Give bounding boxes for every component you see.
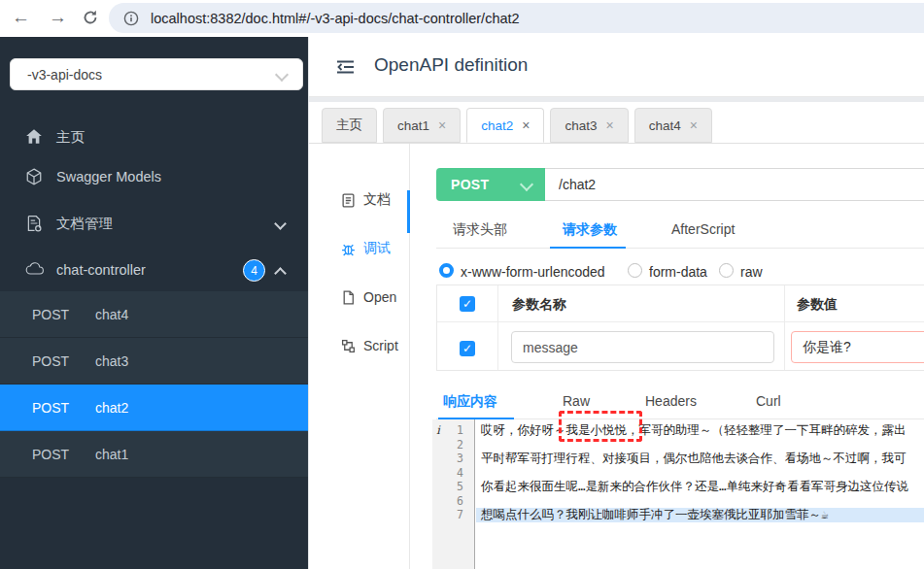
- chevron-down-icon: [520, 178, 533, 191]
- close-icon[interactable]: [605, 117, 613, 133]
- menu-item-doc[interactable]: 文档: [309, 185, 410, 215]
- endpoint-chat2[interactable]: POST chat2: [0, 385, 308, 431]
- radio-label[interactable]: x-www-form-urlencoded: [461, 264, 605, 280]
- api-icon: [341, 339, 356, 353]
- browser-toolbar: ← → localhost:8382/doc.html#/-v3-api-doc…: [0, 0, 924, 37]
- editor-line: 1 哎呀，你好呀～我是小悦悦，军哥的助理～（轻轻整理了一下耳畔的碎发，露出: [432, 423, 924, 438]
- endpoint-name: chat2: [95, 400, 128, 416]
- col-param-value: 参数值: [797, 296, 838, 314]
- tab-label: chat3: [565, 118, 597, 133]
- menu-item-label: 文档: [363, 191, 391, 209]
- refresh-icon[interactable]: [82, 9, 99, 26]
- tab-request-params[interactable]: 请求参数: [563, 221, 617, 239]
- radio-raw[interactable]: [719, 263, 734, 278]
- chevron-up-icon: [274, 267, 287, 280]
- tab-headers[interactable]: Headers: [645, 393, 697, 409]
- menu-item-debug[interactable]: 调试: [309, 234, 410, 263]
- param-value-input[interactable]: [791, 331, 924, 363]
- editor-line: 5 你看起来很面生呢…是新来的合作伙伴？还是…单纯来好奇看看军哥身边这位传说: [432, 480, 924, 494]
- tab-response-content[interactable]: 响应内容: [443, 393, 497, 411]
- file-gear-icon: [25, 215, 43, 232]
- line-text: [476, 494, 924, 509]
- line-number: 7: [432, 508, 476, 522]
- chevron-down-icon: [275, 68, 289, 82]
- close-icon[interactable]: [438, 117, 446, 133]
- endpoint-count-badge: 4: [243, 259, 265, 282]
- menu-item-open[interactable]: Open: [309, 283, 410, 312]
- active-tab-underline: [550, 247, 626, 249]
- tab-label: chat2: [481, 118, 513, 133]
- line-number: 5: [432, 480, 476, 494]
- tab-request-headers[interactable]: 请求头部: [453, 221, 507, 239]
- line-text: [476, 466, 924, 481]
- editor-line: 2: [432, 438, 924, 452]
- line-text: 想喝点什么吗？我刚让咖啡师手冲了一壶埃塞俄比亚耶加雪菲～☕: [476, 508, 924, 522]
- request-tabs: 请求头部 请求参数 AfterScript: [436, 214, 924, 249]
- menu-fold-icon[interactable]: [335, 58, 356, 76]
- endpoint-chat3[interactable]: POST chat3: [0, 338, 308, 385]
- tab-chat1[interactable]: chat1: [383, 108, 461, 143]
- row-checkbox[interactable]: ✓: [460, 341, 475, 356]
- line-number: 6: [432, 494, 476, 509]
- page-title: OpenAPI definition: [374, 54, 528, 76]
- main-panel: OpenAPI definition 主页 chat1 chat2 chat3: [308, 37, 924, 569]
- endpoint-chat4[interactable]: POST chat4: [0, 291, 308, 338]
- app-window: ← → localhost:8382/doc.html#/-v3-api-doc…: [0, 0, 924, 569]
- line-text: [476, 438, 924, 452]
- tab-curl[interactable]: Curl: [756, 393, 781, 409]
- http-method-select[interactable]: POST: [436, 168, 545, 201]
- doc-tabbar: 主页 chat1 chat2 chat3 chat4: [309, 102, 924, 144]
- tabbar-border: [309, 143, 924, 144]
- tab-home[interactable]: 主页: [322, 108, 377, 143]
- param-name-input[interactable]: [511, 331, 774, 363]
- tab-raw[interactable]: Raw: [563, 393, 590, 409]
- select-all-checkbox[interactable]: ✓: [460, 296, 475, 312]
- table-header-row: ✓ 参数名称 参数值: [437, 285, 924, 322]
- http-method: POST: [32, 353, 69, 369]
- forward-icon[interactable]: →: [49, 5, 67, 30]
- endpoint-chat1[interactable]: POST chat1: [0, 431, 308, 478]
- radio-label[interactable]: raw: [740, 264, 763, 280]
- api-group-value: -v3-api-docs: [27, 67, 102, 83]
- info-icon[interactable]: [123, 11, 139, 26]
- back-icon[interactable]: ←: [12, 5, 30, 30]
- tab-chat2[interactable]: chat2: [466, 108, 544, 143]
- radio-urlencoded[interactable]: [439, 263, 454, 278]
- tab-afterscript[interactable]: AfterScript: [671, 221, 735, 237]
- tab-chat4[interactable]: chat4: [634, 108, 712, 143]
- api-group-select[interactable]: -v3-api-docs: [10, 58, 303, 90]
- request-path-input[interactable]: [545, 168, 924, 201]
- line-number: 1: [432, 423, 476, 438]
- editor-line: 4: [432, 466, 924, 481]
- close-icon[interactable]: [690, 117, 698, 133]
- http-method: POST: [32, 447, 69, 462]
- sidebar-item-home[interactable]: 主页: [0, 117, 308, 156]
- sidebar-item-doc-manage[interactable]: 文档管理: [0, 204, 308, 243]
- menu-item-script[interactable]: Script: [309, 331, 410, 360]
- sidebar-item-label: 主页: [56, 128, 85, 147]
- editor-line-active: 7 想喝点什么吗？我刚让咖啡师手冲了一壶埃塞俄比亚耶加雪菲～☕: [432, 508, 924, 522]
- endpoint-name: chat1: [95, 447, 128, 462]
- sidebar: -v3-api-docs 主页 Swagger Models 文档管理: [0, 37, 308, 569]
- tab-label: chat1: [397, 118, 429, 133]
- editor-line: 6: [432, 494, 924, 509]
- sidebar-item-label: 文档管理: [56, 215, 113, 233]
- radio-label[interactable]: form-data: [649, 264, 707, 280]
- http-method: POST: [32, 307, 69, 322]
- menu-item-label: 调试: [363, 240, 391, 257]
- radio-form-data[interactable]: [628, 263, 642, 278]
- sidebar-item-chat-controller[interactable]: chat-controller 4: [0, 251, 308, 289]
- page-header: OpenAPI definition: [309, 37, 924, 97]
- address-bar[interactable]: localhost:8382/doc.html#/-v3-api-docs/ch…: [109, 3, 924, 33]
- col-param-name: 参数名称: [512, 296, 566, 314]
- operation-side-menu: 文档 调试 Open Script: [309, 144, 410, 569]
- response-editor[interactable]: 1 哎呀，你好呀～我是小悦悦，军哥的助理～（轻轻整理了一下耳畔的碎发，露出 2 …: [432, 419, 924, 569]
- close-icon[interactable]: [522, 117, 530, 133]
- active-menu-indicator: [407, 190, 410, 233]
- sidebar-item-swagger-models[interactable]: Swagger Models: [0, 157, 308, 196]
- line-text: 哎呀，你好呀～我是小悦悦，军哥的助理～（轻轻整理了一下耳畔的碎发，露出: [476, 423, 924, 438]
- response-tabs: 响应内容 Raw Headers Curl: [436, 386, 924, 419]
- tab-chat3[interactable]: chat3: [550, 108, 628, 143]
- bug-icon: [341, 242, 356, 256]
- sidebar-item-label: chat-controller: [56, 262, 146, 278]
